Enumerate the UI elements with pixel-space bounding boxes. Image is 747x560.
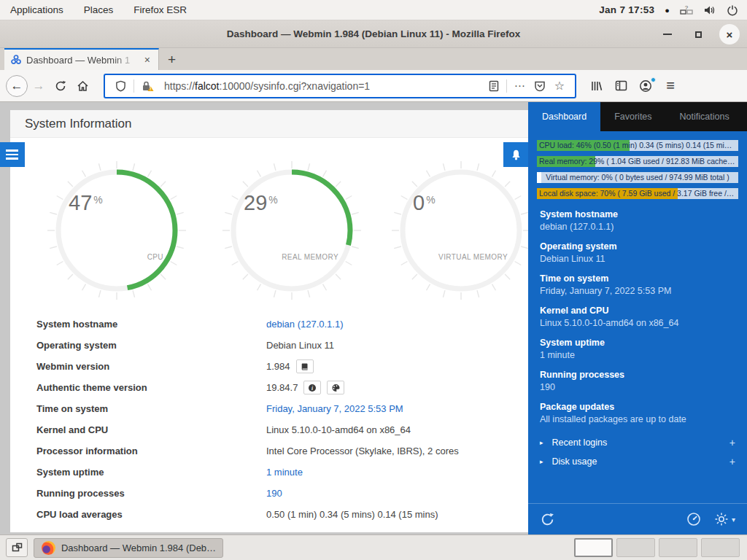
library-icon[interactable] (585, 75, 607, 97)
sidebar-stats: System hostnamedebian (127.0.1.1)Operati… (528, 204, 747, 426)
url-bar[interactable]: ! https://falcot:10000/sysinfo.cgi?xnavi… (104, 74, 576, 98)
home-button[interactable] (71, 75, 93, 97)
plus-icon[interactable]: + (729, 456, 735, 467)
sidebar-expanders: ▸Recent logins+▸Disk usage+ (528, 433, 747, 471)
webmin-menu-toggle[interactable] (0, 142, 25, 167)
sidebar-toggle-icon[interactable] (610, 75, 632, 97)
gauge-percent: 0% (413, 191, 436, 215)
workspace-1[interactable] (574, 538, 613, 557)
info-icon: i (308, 384, 317, 392)
stat-value: Debian Linux 11 (540, 253, 735, 265)
sidebar-stat: Package updatesAll installed packages ar… (540, 401, 735, 426)
stat-label: System uptime (540, 337, 735, 349)
gear-icon (714, 512, 729, 526)
stat-label: Package updates (540, 401, 735, 413)
maximize-button[interactable] (689, 25, 708, 44)
clock[interactable]: Jan 7 17:53 (599, 4, 654, 15)
firefox-icon (42, 541, 55, 555)
close-button[interactable]: × (719, 24, 740, 44)
tab-bar: Dashboard — Webmin 1 × + (0, 48, 747, 70)
workspace-2[interactable] (616, 538, 655, 557)
top-bar-menu-firefox-esr[interactable]: Firefox ESR (123, 0, 197, 20)
url-text[interactable]: https://falcot:10000/sysinfo.cgi?xnaviga… (164, 80, 484, 92)
sidebar-tab-dashboard[interactable]: Dashboard (528, 102, 600, 131)
sidebar-tab-notifications[interactable]: Notifications (666, 102, 743, 131)
account-icon[interactable] (635, 75, 657, 97)
taskbar-window-title: Dashboard — Webmin 1.984 (Deb… (61, 542, 215, 553)
row-value: 19.84.7 (266, 382, 298, 393)
power-icon[interactable] (727, 4, 738, 16)
resource-bar-text: Virtual memory: 0% ( 0 bytes used / 974.… (537, 172, 738, 183)
lock-warning-icon[interactable]: ! (137, 80, 158, 92)
percent-sign: % (268, 194, 277, 206)
palette-button[interactable] (327, 381, 344, 394)
page-title: System Information (10, 110, 528, 138)
table-row: Processor informationIntel Core Processo… (10, 440, 528, 462)
row-label: System uptime (36, 467, 266, 478)
pocket-icon[interactable] (530, 80, 550, 92)
refresh-icon[interactable] (540, 512, 555, 527)
row-label: CPU load averages (36, 509, 266, 520)
settings-control[interactable]: ▾ (714, 512, 735, 526)
reader-icon[interactable] (484, 80, 503, 92)
stat-value: 1 minute (540, 349, 735, 362)
expander-disk-usage[interactable]: ▸Disk usage+ (528, 452, 747, 471)
navigation-toolbar: ← → ! https://falcot:10000/sysinfo.cgi?x… (0, 70, 747, 102)
workspace-3[interactable] (659, 538, 697, 557)
sidebar-tab-favorites[interactable]: Favorites (600, 102, 665, 131)
row-value: 0.50 (1 min) 0.34 (5 mins) 0.14 (15 mins… (266, 509, 438, 520)
taskbar-window-button[interactable]: Dashboard — Webmin 1.984 (Deb… (34, 538, 223, 558)
browser-tab[interactable]: Dashboard — Webmin 1 × (4, 48, 159, 70)
gauge-label: CPU (147, 253, 163, 261)
speedometer-icon[interactable] (686, 512, 701, 526)
bell-icon[interactable] (503, 142, 528, 167)
tab-close-icon[interactable]: × (142, 54, 152, 66)
minimize-button[interactable] (658, 25, 677, 44)
stat-label: Kernel and CPU (540, 305, 735, 317)
resource-bar-text: Local disk space: 70% ( 7.59 GiB used / … (537, 188, 738, 199)
back-button[interactable]: ← (6, 75, 28, 97)
record-dot-icon: ● (665, 6, 670, 15)
network-icon[interactable]: ? (680, 4, 693, 16)
tab-title: Dashboard — Webmin 1 (26, 55, 138, 66)
row-value[interactable]: 190 (266, 488, 282, 499)
row-value[interactable]: debian (127.0.1.1) (266, 319, 344, 330)
workspace-4[interactable] (701, 538, 740, 557)
gauge-percent: 47% (69, 191, 103, 215)
webmin-favicon (10, 54, 22, 66)
gauges: 47%CPU29%REAL MEMORY0%VIRTUAL MEMORY (10, 158, 528, 303)
reload-button[interactable] (50, 75, 71, 97)
resource-bar: Virtual memory: 0% ( 0 bytes used / 974.… (537, 172, 738, 183)
table-row: Kernel and CPULinux 5.10.0-10-amd64 on x… (10, 419, 528, 440)
row-value[interactable]: 1 minute (266, 467, 303, 478)
caret-right-icon: ▸ (540, 439, 543, 446)
shield-icon[interactable] (111, 80, 131, 92)
top-bar-menu-places[interactable]: Places (74, 0, 124, 20)
plus-icon[interactable]: + (729, 437, 735, 448)
info-button[interactable]: i (303, 381, 321, 394)
gauge-label: VIRTUAL MEMORY (438, 253, 508, 261)
volume-icon[interactable] (703, 4, 716, 16)
forward-button[interactable]: → (28, 75, 50, 97)
row-label: Running processes (36, 488, 266, 499)
bookmark-star-icon[interactable]: ☆ (550, 79, 569, 93)
sidebar-footer: ▾ (528, 503, 747, 534)
expander-label: Disk usage (552, 456, 597, 467)
window-title: Dashboard — Webmin 1.984 (Debian Linux 1… (227, 28, 521, 39)
top-bar-menu-applications[interactable]: Applications (0, 0, 74, 20)
sidebar-stat: Running processes190 (540, 369, 735, 394)
chevron-down-icon: ▾ (732, 516, 735, 524)
hamburger-icon[interactable]: ≡ (659, 75, 681, 97)
row-value[interactable]: Friday, January 7, 2022 5:53 PM (266, 403, 403, 414)
row-label: Operating system (36, 340, 266, 351)
new-tab-button[interactable]: + (159, 50, 185, 70)
table-row: Webmin version1.984 (10, 356, 528, 377)
sidebar-stat: Time on systemFriday, January 7, 2022 5:… (540, 273, 735, 298)
page-actions-icon[interactable]: ⋯ (510, 79, 530, 93)
show-desktop-icon[interactable] (6, 538, 28, 557)
expander-recent-logins[interactable]: ▸Recent logins+ (528, 433, 747, 452)
browser-viewport: System Information 47%CPU29%REAL MEMORY0… (0, 102, 747, 534)
book-button[interactable] (296, 359, 314, 373)
expander-label: Recent logins (552, 438, 608, 448)
sidebar-stat: System uptime1 minute (540, 337, 735, 362)
